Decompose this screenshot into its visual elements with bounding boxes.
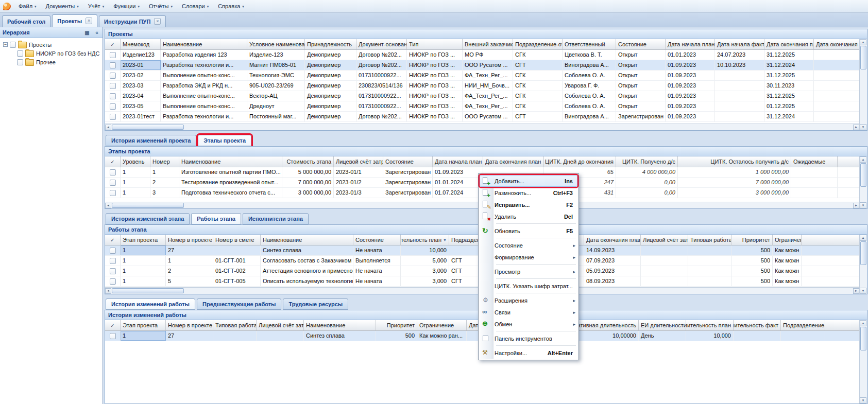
column-header[interactable]: Стоимость этапа (282, 156, 334, 167)
column-header[interactable]: Этап проекта (121, 320, 166, 330)
column-header[interactable]: Дата начала план (433, 156, 483, 167)
row-checkbox[interactable] (110, 83, 116, 89)
scrollbar-thumb[interactable] (112, 288, 184, 293)
column-header[interactable]: Длительность план (686, 320, 734, 330)
row-checkbox[interactable] (110, 114, 116, 120)
row-checkbox[interactable] (110, 258, 116, 264)
tree-item[interactable]: Прочее (1, 58, 101, 66)
context-menu-item[interactable]: Обмен▸ (480, 318, 577, 330)
menubar-item[interactable]: Учёт▾ (84, 1, 108, 11)
column-header[interactable]: Дата окончания план (764, 39, 814, 49)
table-row[interactable]: 2023-03Разработка ЭКД и РКД н...905-U020… (105, 81, 859, 91)
column-header[interactable]: Ответственный (563, 39, 616, 49)
row-checkbox[interactable] (110, 103, 116, 110)
column-header[interactable]: Типовая работа (213, 320, 257, 330)
column-header[interactable]: Приоритет (731, 235, 773, 245)
subtab[interactable]: История изменений проекта (106, 135, 196, 146)
column-header[interactable]: Подразделение-исп (781, 320, 825, 330)
column-header[interactable]: Номер (150, 156, 179, 167)
menubar-item[interactable]: Отчёты▾ (145, 1, 177, 11)
column-header[interactable]: Наименование (179, 156, 282, 167)
horizontal-scrollbar[interactable]: ◄► (105, 124, 859, 130)
scroll-left-button[interactable]: ◄ (105, 125, 111, 130)
menubar-item[interactable]: Словари▾ (178, 1, 213, 11)
context-menu-item[interactable]: ЦИТК. Указать шифр затрат... (480, 280, 577, 292)
column-header[interactable]: Дата начала факт. (715, 39, 764, 49)
column-header[interactable]: Состояние (383, 156, 433, 167)
context-menu-item[interactable]: Просмотр▸ (480, 266, 577, 277)
vertical-scrollbar[interactable]: ▲▼ (859, 156, 867, 208)
tab[interactable]: Инструкции ПУП× (99, 15, 166, 27)
scrollbar-thumb[interactable] (860, 327, 866, 350)
column-header[interactable]: Номер в проекте (166, 235, 213, 245)
subtab[interactable]: История изменений этапа (106, 213, 190, 224)
scroll-down-button[interactable]: ▼ (860, 288, 866, 294)
row-checkbox[interactable] (110, 169, 116, 175)
scrollbar-thumb[interactable] (860, 163, 866, 187)
column-header[interactable]: Тип (407, 39, 463, 49)
column-header[interactable]: Наименование (261, 235, 353, 245)
row-checkbox[interactable] (110, 180, 116, 186)
scroll-up-button[interactable]: ▲ (860, 156, 866, 163)
column-header[interactable]: Наименование (161, 39, 247, 49)
column-header[interactable]: Номер в смете (213, 235, 261, 245)
select-column-header[interactable]: ✓ (105, 235, 121, 245)
scroll-left-button[interactable]: ◄ (105, 203, 111, 208)
context-menu-item[interactable]: ОбновитьF5 (480, 225, 577, 237)
tree-item[interactable]: −Проекты (1, 40, 101, 49)
context-menu-item[interactable]: Настройки...Alt+Enter (480, 347, 577, 359)
column-header[interactable]: Длительность план▼ (401, 235, 449, 245)
scrollbar-thumb[interactable] (860, 46, 866, 69)
column-header[interactable]: Уровень (121, 156, 150, 167)
column-header[interactable]: Мнемокод (121, 39, 161, 49)
row-checkbox[interactable] (110, 73, 116, 79)
close-icon[interactable]: × (154, 18, 161, 25)
panel-tool-icon[interactable]: ▦ (83, 29, 91, 37)
context-menu-item[interactable]: УдалитьDel (480, 210, 577, 222)
vertical-scrollbar[interactable]: ▲▼ (859, 235, 867, 294)
tree-checkbox[interactable] (17, 50, 23, 57)
scroll-right-button[interactable]: ► (853, 125, 859, 130)
menubar-item[interactable]: Документы▾ (42, 1, 83, 11)
subtab[interactable]: Исполнители этапа (243, 213, 309, 224)
column-header[interactable]: Состояние (353, 235, 401, 245)
column-header[interactable]: Условное наименование (247, 39, 305, 49)
tab[interactable]: Рабочий стол (2, 15, 50, 27)
context-menu-item[interactable]: Исправить...F2 (480, 199, 577, 210)
select-column-header[interactable]: ✓ (105, 39, 121, 49)
table-row[interactable]: 2023-02Выполнение опытно-конс...Технолог… (105, 71, 859, 81)
context-menu-item[interactable]: Размножить...Ctrl+F3 (480, 187, 577, 199)
subtab[interactable]: Этапы проекта (198, 135, 251, 146)
context-menu-item[interactable]: Связи▸ (480, 306, 577, 318)
menubar-item[interactable]: Справка▾ (214, 1, 248, 11)
scroll-right-button[interactable]: ► (853, 203, 859, 208)
tab[interactable]: Проекты× (52, 14, 97, 27)
vertical-scrollbar[interactable]: ▲▼ (859, 320, 867, 403)
row-checkbox[interactable] (110, 62, 116, 68)
row-checkbox[interactable] (110, 93, 116, 99)
table-row[interactable]: Изделие123Разработка изделия 123Изделие-… (105, 50, 859, 60)
column-header[interactable]: Внешний заказчик (463, 39, 513, 49)
column-header[interactable]: Ограничение (417, 320, 467, 330)
column-header[interactable]: Нормативная длительность (573, 320, 639, 330)
context-menu-item[interactable]: Формирование▸ (480, 251, 577, 263)
scrollbar-thumb[interactable] (860, 241, 866, 265)
row-checkbox[interactable] (110, 190, 116, 196)
column-header[interactable]: Этап проекта (121, 235, 166, 245)
expander-icon[interactable]: − (3, 42, 8, 47)
table-row[interactable]: 2023-01тестРазработка технологии и...Пос… (105, 112, 859, 122)
column-header[interactable]: Лицевой счёт затрат (334, 156, 383, 167)
context-menu-item[interactable]: Добавить...Ins (480, 175, 577, 187)
column-header[interactable]: Приоритет (376, 320, 417, 330)
tree-item[interactable]: НИОКР по ГОЗ без НДС (1, 49, 101, 58)
scrollbar-thumb[interactable] (112, 125, 184, 130)
select-column-header[interactable]: ✓ (105, 320, 121, 330)
row-checkbox[interactable] (110, 52, 116, 58)
column-header[interactable]: ЦИТК. Получено д/с (616, 156, 678, 167)
column-header[interactable]: Дата окончания план (483, 156, 544, 167)
context-menu-item[interactable]: Расширения▸ (480, 294, 577, 306)
column-header[interactable]: Состояние (616, 39, 666, 49)
column-header[interactable]: Дата начала план. (666, 39, 715, 49)
row-checkbox[interactable] (110, 248, 116, 254)
table-row[interactable]: 2023-01Разработка технологии и...Магнит … (105, 60, 859, 71)
